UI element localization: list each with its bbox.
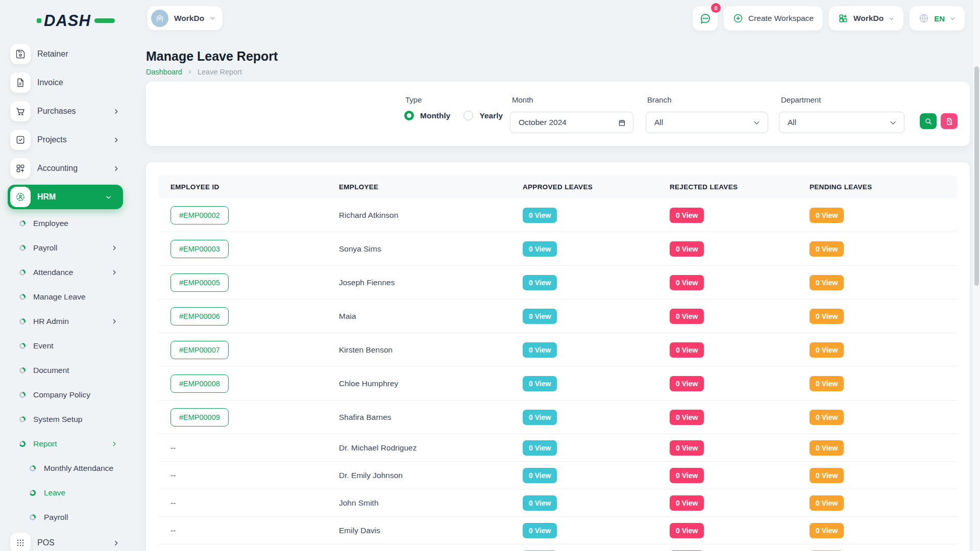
rejected-leaves-view-badge[interactable]: 0 View	[670, 376, 704, 391]
breadcrumb-dashboard-link[interactable]: Dashboard	[146, 68, 182, 76]
table-row: #EMP00007Kirsten Benson0 View0 View0 Vie…	[159, 333, 957, 367]
employee-id-button[interactable]: #EMP00003	[170, 240, 229, 258]
branch-select[interactable]: All	[646, 112, 768, 133]
rejected-leaves-view-badge[interactable]: 0 View	[670, 523, 704, 538]
chevron-down-icon	[889, 119, 897, 127]
reset-button[interactable]	[941, 113, 958, 129]
employee-id-empty: --	[170, 471, 176, 480]
employee-name-cell: Maia	[327, 312, 511, 321]
sidebar-subitem-document[interactable]: Document	[0, 358, 131, 383]
sidebar-subitem-hr-admin[interactable]: HR Admin	[0, 309, 131, 334]
sidebar-subitem-report[interactable]: Report	[0, 432, 131, 456]
approved-leaves-view-badge[interactable]: 0 View	[523, 468, 557, 483]
approved-leaves-cell: 0 View	[511, 275, 658, 290]
approved-leaves-view-badge[interactable]: 0 View	[523, 241, 557, 257]
table-row: --James Brown0 View0 View0 View	[159, 544, 957, 551]
employee-id-button[interactable]: #EMP00007	[170, 341, 229, 359]
chevron-right-icon	[111, 245, 117, 251]
employee-id-button[interactable]: #EMP00005	[170, 273, 229, 292]
topbar-actions: 0 Create Workspace WorkDo EN	[693, 6, 965, 31]
pending-leaves-view-badge[interactable]: 0 View	[810, 440, 844, 456]
monthly-radio[interactable]	[404, 111, 414, 120]
building-icon	[155, 14, 164, 23]
approved-leaves-view-badge[interactable]: 0 View	[523, 523, 557, 538]
employee-id-button[interactable]: #EMP00002	[170, 206, 229, 224]
chevron-right-icon	[187, 69, 192, 74]
month-input[interactable]: October 2024	[510, 112, 633, 133]
messages-button[interactable]: 0	[693, 6, 718, 31]
sidebar-subitem-system-setup[interactable]: System Setup	[0, 407, 131, 432]
sidebar-subitem-leave[interactable]: Leave	[0, 481, 131, 505]
workspace-chip[interactable]: WorkDo	[148, 6, 223, 30]
sidebar-item-pos[interactable]: POS	[0, 533, 131, 551]
chevron-right-icon	[111, 269, 117, 276]
approved-leaves-view-badge[interactable]: 0 View	[523, 495, 557, 511]
sidebar-item-invoice[interactable]: Invoice	[0, 72, 131, 93]
rejected-leaves-view-badge[interactable]: 0 View	[670, 309, 704, 324]
brand-logo[interactable]: DASH	[37, 12, 131, 29]
leave-report-table-card: EMPLOYEE ID EMPLOYEE APPROVED LEAVES REJ…	[146, 162, 970, 551]
sidebar-item-purchases[interactable]: Purchases	[0, 101, 131, 121]
rejected-leaves-view-badge[interactable]: 0 View	[670, 241, 704, 257]
approved-leaves-view-badge[interactable]: 0 View	[523, 309, 557, 324]
search-button[interactable]	[920, 113, 937, 129]
pending-leaves-view-badge[interactable]: 0 View	[810, 275, 844, 290]
employee-id-button[interactable]: #EMP00009	[170, 408, 229, 427]
sidebar-item-accounting[interactable]: Accounting	[0, 158, 131, 179]
rejected-leaves-view-badge[interactable]: 0 View	[670, 410, 704, 425]
rejected-leaves-view-badge[interactable]: 0 View	[670, 342, 704, 358]
page-title: Manage Leave Report	[146, 49, 278, 64]
language-selector[interactable]: EN	[910, 6, 965, 31]
pending-leaves-view-badge[interactable]: 0 View	[810, 468, 844, 483]
sidebar-subitem-payroll[interactable]: Payroll	[0, 505, 131, 530]
calendar-icon[interactable]	[618, 119, 626, 127]
pending-leaves-view-badge[interactable]: 0 View	[810, 410, 844, 425]
yearly-radio-label[interactable]: Yearly	[479, 111, 503, 120]
pending-leaves-view-badge[interactable]: 0 View	[810, 208, 844, 223]
chevron-down-icon	[105, 194, 112, 201]
approved-leaves-cell: 0 View	[511, 410, 658, 425]
rejected-leaves-cell: 0 View	[658, 309, 798, 324]
bullet-icon	[19, 416, 26, 422]
sidebar-item-hrm[interactable]: HRM	[8, 185, 123, 209]
pending-leaves-cell: 0 View	[798, 495, 955, 511]
employee-id-button[interactable]: #EMP00006	[170, 307, 229, 325]
workspace-avatar	[151, 10, 168, 27]
pending-leaves-view-badge[interactable]: 0 View	[810, 376, 844, 391]
scrollbar-thumb[interactable]	[974, 66, 979, 286]
department-select[interactable]: All	[779, 112, 904, 133]
pending-leaves-view-badge[interactable]: 0 View	[810, 523, 844, 538]
pending-leaves-view-badge[interactable]: 0 View	[810, 495, 844, 511]
pending-leaves-cell: 0 View	[798, 342, 955, 358]
yearly-radio[interactable]	[463, 111, 473, 120]
vertical-scrollbar[interactable]	[972, 0, 980, 551]
pending-leaves-view-badge[interactable]: 0 View	[810, 309, 844, 324]
employee-id-button[interactable]: #EMP00008	[170, 374, 229, 393]
approved-leaves-view-badge[interactable]: 0 View	[523, 440, 557, 456]
sidebar-item-projects[interactable]: Projects	[0, 130, 131, 150]
approved-leaves-view-badge[interactable]: 0 View	[523, 376, 557, 391]
rejected-leaves-view-badge[interactable]: 0 View	[670, 495, 704, 511]
approved-leaves-view-badge[interactable]: 0 View	[523, 275, 557, 290]
rejected-leaves-view-badge[interactable]: 0 View	[670, 440, 704, 456]
approved-leaves-view-badge[interactable]: 0 View	[523, 208, 557, 223]
rejected-leaves-view-badge[interactable]: 0 View	[670, 208, 704, 223]
sidebar-subitem-monthly-attendance[interactable]: Monthly Attendance	[0, 456, 131, 481]
sidebar-subitem-payroll[interactable]: Payroll	[0, 236, 131, 260]
rejected-leaves-view-badge[interactable]: 0 View	[670, 275, 704, 290]
approved-leaves-view-badge[interactable]: 0 View	[523, 342, 557, 358]
sidebar-item-retainer[interactable]: Retainer	[0, 44, 131, 64]
sidebar-subitem-attendance[interactable]: Attendance	[0, 260, 131, 285]
pending-leaves-view-badge[interactable]: 0 View	[810, 342, 844, 358]
rejected-leaves-cell: 0 View	[658, 342, 798, 358]
monthly-radio-label[interactable]: Monthly	[420, 111, 450, 120]
sidebar-subitem-event[interactable]: Event	[0, 334, 131, 358]
sidebar-subitem-company-policy[interactable]: Company Policy	[0, 383, 131, 407]
create-workspace-button[interactable]: Create Workspace	[724, 6, 823, 31]
sidebar-subitem-employee[interactable]: Employee	[0, 211, 131, 236]
approved-leaves-view-badge[interactable]: 0 View	[523, 410, 557, 425]
sidebar-subitem-manage-leave[interactable]: Manage Leave	[0, 285, 131, 309]
pending-leaves-view-badge[interactable]: 0 View	[810, 241, 844, 257]
workspace-dropdown[interactable]: WorkDo	[829, 6, 903, 31]
rejected-leaves-view-badge[interactable]: 0 View	[670, 468, 704, 483]
